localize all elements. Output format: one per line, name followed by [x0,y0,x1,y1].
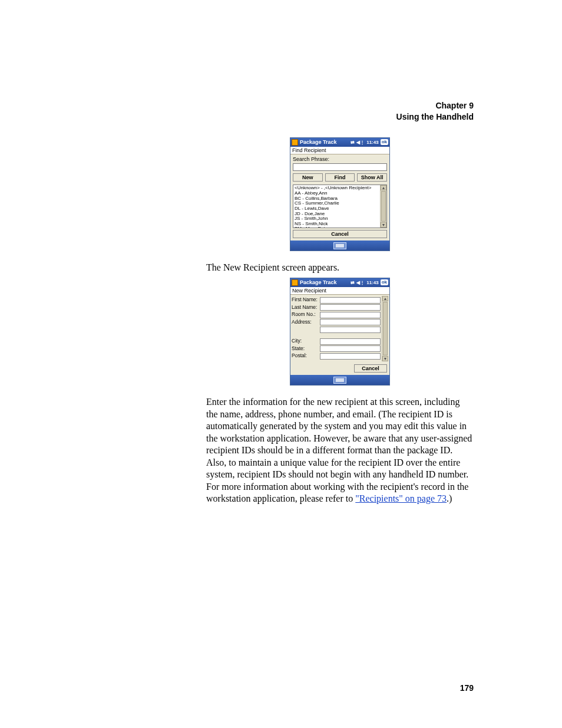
ok-button[interactable]: ok [381,279,388,285]
speaker-icon: ◀⋮ [356,280,365,285]
first-name-label: First Name: [292,297,320,303]
app-title: Package Track [300,139,351,145]
app-title: Package Track [300,279,351,285]
scroll-up-icon[interactable]: ▲ [381,185,386,190]
app-icon [292,279,298,286]
show-all-button[interactable]: Show All [357,173,387,182]
listbox-scrollbar[interactable]: ▲ ▼ [380,185,386,228]
find-button[interactable]: Find [325,173,355,182]
caption-new-recipient: The New Recipient screen appears. [206,262,474,274]
chapter-number: Chapter 9 [206,100,474,111]
first-name-field[interactable] [320,297,381,304]
pda-titlebar: Package Track ⇄ ◀⋮ 11:43 ok [290,278,389,287]
scroll-down-icon[interactable]: ▼ [382,356,388,361]
city-label: City: [292,338,320,344]
form-spacer [292,334,381,337]
room-no-field[interactable] [320,312,381,318]
paragraph-text-post: .) [447,493,452,503]
room-no-label: Room No.: [292,312,320,318]
screen-subtitle: Find Recipient [290,147,389,154]
scroll-thumb[interactable] [381,191,386,222]
app-icon [292,139,298,146]
figure-new-recipient: Package Track ⇄ ◀⋮ 11:43 ok New Recipien… [206,278,474,386]
form-scrollbar[interactable]: ▲ ▼ [382,296,388,361]
scroll-thumb[interactable] [383,302,388,355]
address-field-1[interactable] [320,319,381,325]
postal-field[interactable] [320,353,381,360]
search-phrase-input[interactable] [293,163,387,171]
cancel-button[interactable]: Cancel [293,230,387,238]
pda-titlebar: Package Track ⇄ ◀⋮ 11:43 ok [290,138,389,147]
keyboard-icon[interactable] [333,242,346,249]
clock-text: 11:43 [366,140,378,145]
ok-button[interactable]: ok [381,139,388,145]
chapter-section: Using the Handheld [206,111,474,123]
speaker-icon: ◀⋮ [356,140,365,145]
city-field[interactable] [320,338,381,345]
chapter-header: Chapter 9 Using the Handheld [206,100,474,123]
clock-text: 11:43 [366,280,378,285]
address-field-2[interactable] [320,327,381,333]
figure-find-recipient: Package Track ⇄ ◀⋮ 11:43 ok Find Recipie… [206,137,474,252]
recipient-listbox[interactable]: <Unknown> - ,<Unknown Recipient> AA - Ab… [293,185,387,228]
connectivity-icon: ⇄ [351,140,355,145]
pda-window-find-recipient: Package Track ⇄ ◀⋮ 11:43 ok Find Recipie… [290,137,390,252]
screen-subtitle: New Recipient [290,287,389,295]
keyboard-icon[interactable] [333,377,346,384]
paragraph-text-pre: Enter the information for the new recipi… [206,397,472,503]
last-name-label: Last Name: [292,305,320,311]
pda-window-new-recipient: Package Track ⇄ ◀⋮ 11:43 ok New Recipien… [290,278,390,386]
scroll-down-icon[interactable]: ▼ [381,222,386,228]
last-name-field[interactable] [320,304,381,311]
cancel-button[interactable]: Cancel [354,364,387,373]
address-label: Address: [292,319,320,325]
connectivity-icon: ⇄ [351,280,355,285]
pda-bottombar [290,241,389,251]
list-item[interactable]: PM - More,Pat [295,226,379,228]
instruction-paragraph: Enter the information for the new recipi… [206,396,474,505]
new-button[interactable]: New [293,173,323,182]
pda-bottombar [290,375,389,385]
search-phrase-label: Search Phrase: [293,156,329,162]
recipients-link[interactable]: "Recipients" on page 73 [355,493,447,503]
scroll-up-icon[interactable]: ▲ [382,296,388,301]
page-number: 179 [460,683,474,693]
state-label: State: [292,346,320,352]
postal-label: Postal: [292,353,320,359]
state-field[interactable] [320,345,381,352]
